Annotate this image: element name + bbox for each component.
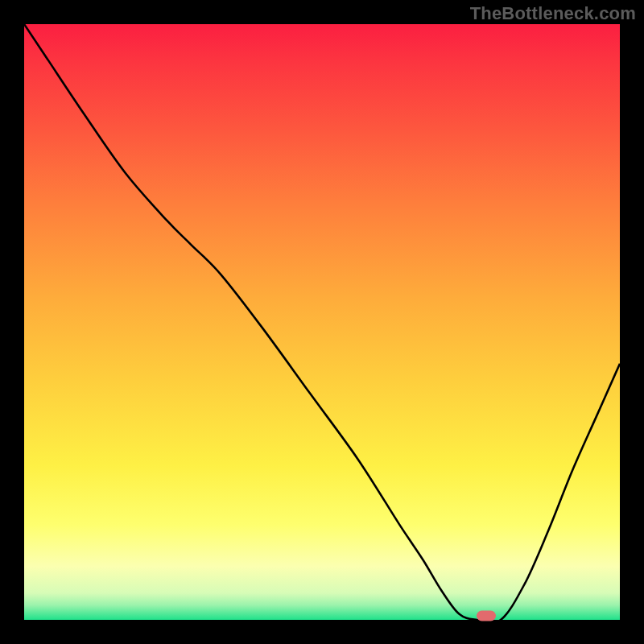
plot-background-gradient (24, 24, 620, 620)
chart-frame: TheBottleneck.com (0, 0, 644, 644)
watermark-text: TheBottleneck.com (470, 3, 636, 24)
plot-area (24, 24, 620, 620)
